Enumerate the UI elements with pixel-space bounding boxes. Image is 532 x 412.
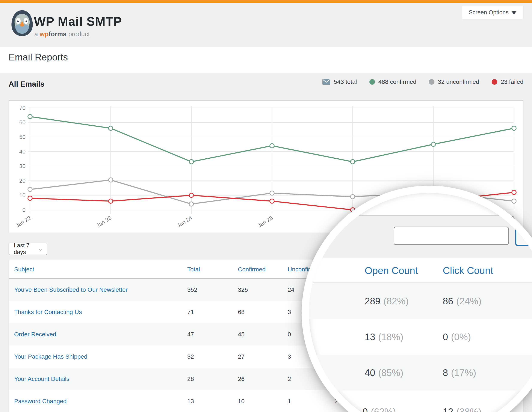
unconfirmed-cell: 3 [288, 346, 291, 368]
confirmed-cell: 325 [238, 279, 248, 301]
screen-options-label: Screen Options [469, 9, 509, 16]
subject-link[interactable]: You've Been Subscribed to Our Newsletter [14, 279, 128, 301]
x-axis-tick: Jan 23 [95, 215, 113, 229]
unconfirmed-cell: 3 [288, 301, 291, 323]
click-count-value: 86 [443, 296, 453, 307]
series-confirmed-point [512, 126, 516, 130]
total-cell: 28 [187, 368, 194, 390]
accent-top-bar [0, 0, 532, 3]
y-axis-tick: 40 [19, 148, 26, 155]
series-confirmed-point [431, 142, 436, 146]
legend-confirmed-label: 488 confirmed [378, 78, 416, 85]
open-count-value: 13 [365, 332, 375, 342]
chart-legend: 543 total 488 confirmed 32 unconfirmed 2… [322, 78, 523, 85]
confirmed-dot-icon [369, 79, 375, 85]
confirmed-cell: 26 [238, 368, 245, 390]
y-axis-tick: 30 [19, 163, 26, 169]
open-count-percent: (85%) [378, 367, 403, 378]
open-count-percent: (82%) [383, 296, 408, 307]
date-range-select[interactable]: Last 7 days ⌄ [9, 243, 47, 255]
series-unconfirmed-point [270, 191, 274, 195]
failed-dot-icon [492, 79, 497, 85]
y-axis-tick: 20 [19, 177, 26, 184]
y-axis-tick: 10 [19, 192, 26, 199]
magnified-row: 13(18%) 0(0%) [309, 319, 532, 355]
legend-total: 543 total [322, 78, 357, 85]
chevron-down-icon [512, 11, 516, 15]
byline-forms: forms [49, 30, 66, 37]
open-count-percent: (62%) [371, 406, 396, 412]
y-axis-tick: 70 [19, 105, 26, 111]
magnified-header-row: Open Count Click Count [309, 258, 532, 283]
envelope-icon [322, 79, 330, 85]
x-axis-tick: Jan 25 [256, 215, 274, 229]
total-cell: 32 [187, 346, 194, 368]
magnified-search-button[interactable] [515, 225, 532, 246]
click-count-percent: (24%) [456, 296, 481, 307]
series-unconfirmed-point [109, 178, 113, 182]
confirmed-cell: 27 [238, 346, 245, 368]
series-failed-point [512, 190, 516, 194]
y-axis-tick: 0 [22, 207, 26, 213]
legend-total-label: 543 total [334, 78, 357, 85]
unconfirmed-cell: 1 [288, 390, 291, 412]
series-unconfirmed-point [28, 187, 32, 192]
column-header-open-count[interactable]: Open Count [365, 258, 418, 283]
confirmed-cell: 10 [238, 390, 245, 412]
total-cell: 13 [187, 390, 194, 412]
subject-link[interactable]: Password Changed [14, 390, 66, 412]
byline-wp: wp [40, 30, 49, 37]
click-count-value: 12 [443, 406, 453, 412]
column-header-total[interactable]: Total [187, 260, 200, 279]
total-cell: 71 [187, 301, 194, 323]
magnifier-content: Open Count Click Count 289(82%) 86(24%) … [309, 193, 532, 412]
chevron-down-icon: ⌄ [38, 246, 44, 252]
click-count-percent: (38%) [456, 406, 481, 412]
series-failed-point [270, 199, 274, 203]
y-axis-tick: 60 [19, 119, 26, 126]
wp-mail-smtp-pigeon-logo [10, 9, 35, 37]
legend-unconfirmed-label: 32 unconfirmed [438, 78, 479, 85]
unconfirmed-cell: 2 [288, 368, 291, 390]
plugin-header: WP Mail SMTP a wpforms product Screen Op… [0, 3, 532, 47]
subject-link[interactable]: Your Package Has Shipped [14, 346, 87, 368]
subject-link[interactable]: Thanks for Contacting Us [14, 301, 82, 323]
unconfirmed-cell: 24 [288, 279, 294, 301]
legend-failed-label: 23 failed [501, 78, 523, 85]
series-failed-point [28, 196, 32, 201]
subject-link[interactable]: Your Account Details [14, 368, 69, 390]
screen-options-button[interactable]: Screen Options [462, 6, 523, 19]
column-header-subject[interactable]: Subject [14, 260, 34, 279]
x-axis-tick: Jan 22 [14, 215, 32, 229]
click-count-percent: (17%) [451, 367, 476, 378]
column-header-click-count[interactable]: Click Count [443, 258, 493, 283]
page-title: Email Reports [9, 52, 68, 63]
series-confirmed-point [28, 114, 32, 119]
series-unconfirmed-point [351, 195, 355, 199]
open-count-value: 0 [362, 406, 368, 412]
page-title-band: Email Reports [0, 47, 532, 73]
unconfirmed-cell: 0 [288, 323, 291, 346]
magnified-search-input[interactable] [394, 227, 509, 245]
brand-byline: a wpforms product [34, 30, 90, 38]
total-cell: 47 [187, 323, 194, 346]
series-unconfirmed-point [512, 199, 516, 203]
total-cell: 352 [187, 279, 197, 301]
unconfirmed-dot-icon [429, 79, 434, 85]
series-confirmed-point [270, 144, 274, 148]
series-unconfirmed-point [189, 202, 193, 206]
magnified-row: 289(82%) 86(24%) [309, 283, 532, 319]
open-count-value: 289 [365, 296, 380, 307]
open-count-percent: (18%) [378, 332, 403, 342]
series-confirmed-point [351, 160, 355, 164]
series-failed-point [109, 199, 113, 203]
byline-suffix: product [68, 30, 90, 37]
section-title: All Emails [9, 80, 44, 88]
click-count-value: 8 [443, 367, 448, 378]
subject-link[interactable]: Order Received [14, 323, 56, 346]
confirmed-cell: 45 [238, 323, 245, 346]
column-header-confirmed[interactable]: Confirmed [238, 260, 266, 279]
x-axis-tick: Jan 24 [176, 215, 193, 229]
y-axis-tick: 50 [19, 134, 26, 140]
click-count-percent: (0%) [451, 332, 471, 342]
